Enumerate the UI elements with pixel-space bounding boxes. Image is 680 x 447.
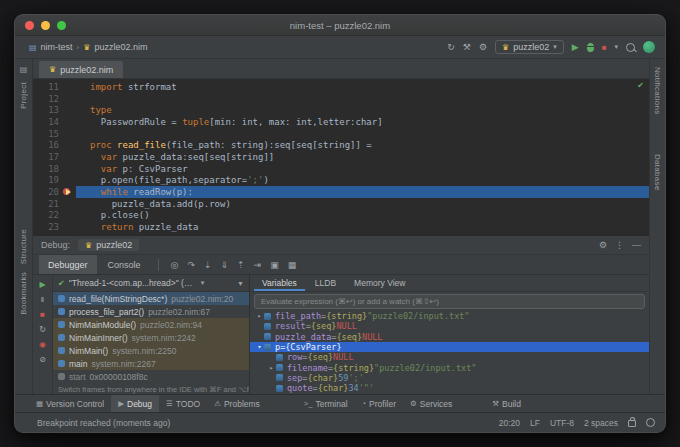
stop-button[interactable]: ■ (40, 311, 45, 319)
line-number[interactable]: 12 (33, 94, 62, 104)
sidebar-item-structure[interactable]: Structure (19, 229, 28, 264)
variable-row[interactable]: quote = {char} 34 '"' (250, 383, 649, 393)
notifications-icon[interactable] (646, 418, 655, 427)
editor-line[interactable]: 21 puzzle_data.add(p.row) (33, 198, 649, 210)
minimize-button[interactable] (41, 21, 50, 30)
tab-puzzle02[interactable]: ♛ puzzle02.nim (39, 61, 123, 78)
variable-row[interactable]: ▾p = {CsvParser} (250, 342, 649, 352)
variable-row[interactable]: ▸filename = {string} "puzzle02/input.txt… (250, 362, 649, 372)
run-button[interactable]: ▶ (572, 42, 579, 52)
line-number[interactable]: 11 (33, 82, 62, 92)
line-number[interactable]: 14 (33, 117, 62, 127)
run-to-cursor-icon[interactable]: ⇥ (254, 260, 262, 270)
show-execution-point-icon[interactable]: ◎ (171, 260, 179, 270)
run-config-select[interactable]: ♛ puzzle02 ▾ (495, 40, 564, 54)
pause-button[interactable]: ‖ (41, 296, 44, 304)
variable-row[interactable]: row = {seq} NULL (250, 352, 649, 362)
tab-lldb[interactable]: LLDB (307, 275, 344, 291)
more-chevron-icon[interactable]: ▾ (614, 43, 618, 51)
line-number[interactable]: 22 (33, 210, 62, 220)
variable-row[interactable]: ▸file_path = {string} "puzzle02/input.tx… (250, 311, 649, 321)
stack-frame[interactable]: read_file(NimStringDesc*)puzzle02.nim:20 (53, 292, 249, 305)
inspection-ok-icon[interactable]: ✔ (637, 81, 644, 90)
caret-position[interactable]: 20:20 (499, 418, 520, 428)
tab-variables[interactable]: Variables (254, 275, 305, 291)
project-icon[interactable]: ▤ (20, 65, 28, 74)
resume-button[interactable]: ▶ (39, 281, 45, 289)
code-editor[interactable]: 11import strformat1213type14 PasswordRul… (33, 79, 649, 235)
line-number[interactable]: 19 (33, 175, 62, 185)
hide-panel-icon[interactable]: — (632, 240, 641, 250)
variable-row[interactable]: result = {seq} NULL (250, 321, 649, 331)
editor-line[interactable]: 14 PasswordRule = tuple[min: int, max: i… (33, 116, 649, 128)
line-ending[interactable]: LF (530, 418, 540, 428)
layout-icon[interactable]: ▦ (288, 260, 297, 270)
variable-row[interactable]: sep = {char} 59 ';' (250, 373, 649, 383)
restart-button[interactable]: ↻ (39, 326, 46, 334)
sync-icon[interactable]: ↻ (447, 42, 455, 52)
gutter-marker[interactable] (62, 186, 76, 198)
avatar[interactable] (643, 41, 655, 53)
editor-line[interactable]: 18 var p: CsvParser (33, 163, 649, 175)
indent-setting[interactable]: 2 spaces (584, 418, 618, 428)
zoom-button[interactable] (57, 21, 66, 30)
variable-row[interactable]: puzzle_data = {seq} NULL (250, 332, 649, 342)
toolwindow-button-terminal[interactable]: >_Terminal (297, 395, 355, 412)
line-number[interactable]: 16 (33, 140, 62, 150)
line-number[interactable]: 23 (33, 222, 62, 232)
titlebar[interactable]: nim-test – puzzle02.nim (15, 15, 665, 36)
expand-icon[interactable]: ▸ (255, 312, 264, 320)
toolwindow-button-debug[interactable]: ▶Debug (111, 395, 159, 412)
editor-line[interactable]: 17 var puzzle_data:seq[seq[string]] (33, 151, 649, 163)
toolwindow-button-build[interactable]: ⚒Build (485, 395, 528, 412)
step-into-icon[interactable]: ⇣ (204, 260, 212, 270)
lock-icon[interactable] (628, 420, 636, 427)
debug-button[interactable] (587, 43, 594, 52)
editor-line[interactable]: 19 p.open(file_path,separator=';') (33, 175, 649, 187)
editor-line[interactable]: 12 (33, 93, 649, 105)
sidebar-item-project[interactable]: Project (19, 82, 28, 109)
debug-session-tab[interactable]: ♛ puzzle02 (78, 239, 139, 251)
stack-frame[interactable]: NimMainModule()puzzle02.nim:94 (53, 318, 249, 331)
expand-icon[interactable]: ▸ (267, 364, 276, 372)
tab-memory-view[interactable]: Memory View (346, 275, 413, 291)
sidebar-item-notifications[interactable]: Notifications (653, 67, 662, 114)
toolwindow-button-services[interactable]: ⚙Services (403, 395, 459, 412)
toolwindow-button-version-control[interactable]: ▦Version Control (29, 395, 111, 412)
line-number[interactable]: 17 (33, 152, 62, 162)
editor-line[interactable]: 22 p.close() (33, 210, 649, 222)
toolwindow-button-todo[interactable]: ☰TODO (159, 395, 207, 412)
stack-frame[interactable]: start0x00000108f8c (53, 370, 249, 383)
editor-line[interactable]: 20 while readRow(p): (33, 186, 649, 198)
tab-debugger[interactable]: Debugger (39, 255, 97, 274)
breadcrumb-file[interactable]: puzzle02.nim (94, 42, 147, 52)
camera-icon[interactable]: ▣ (270, 260, 279, 270)
editor-line[interactable]: 11import strformat (33, 81, 649, 93)
tab-console[interactable]: Console (99, 255, 150, 274)
stack-frame[interactable]: NimMainInner()system.nim:2242 (53, 331, 249, 344)
stack-frame[interactable]: mainsystem.nim:2267 (53, 357, 249, 370)
close-button[interactable] (25, 21, 34, 30)
stack-frame[interactable]: NimMain()system.nim:2250 (53, 344, 249, 357)
expand-icon[interactable]: ▾ (255, 343, 264, 351)
line-number[interactable]: 21 (33, 199, 62, 209)
thread-selector[interactable]: ✔ "Thread-1-<com.ap...hread>" (205303) ▾… (53, 275, 249, 292)
mute-breakpoints-button[interactable]: ⊘ (39, 356, 46, 364)
sidebar-item-database[interactable]: Database (653, 154, 662, 191)
panel-more-icon[interactable]: ⋮ (615, 240, 624, 250)
editor-line[interactable]: 15 (33, 128, 649, 140)
force-step-into-icon[interactable]: ⇓ (221, 260, 229, 270)
build-hammer-icon[interactable]: ⚒ (463, 42, 471, 52)
line-number[interactable]: 13 (33, 105, 62, 115)
status-message[interactable]: Breakpoint reached (moments ago) (37, 418, 170, 428)
stop-button[interactable]: ■ (602, 43, 607, 52)
stack-frame[interactable]: process_file_part2()puzzle02.nim:67 (53, 305, 249, 318)
toolwindow-button-profiler[interactable]: ◔Profiler (355, 395, 403, 412)
filter-icon[interactable]: ▼ (237, 280, 244, 287)
editor-line[interactable]: 13type (33, 104, 649, 116)
editor-line[interactable]: 16proc read_file(file_path: string):seq[… (33, 139, 649, 151)
breadcrumb-project[interactable]: nim-test (41, 42, 73, 52)
toolwindow-button-problems[interactable]: ⚠Problems (207, 395, 267, 412)
editor-line[interactable]: 23 return puzzle_data (33, 221, 649, 233)
search-icon[interactable] (626, 43, 635, 52)
